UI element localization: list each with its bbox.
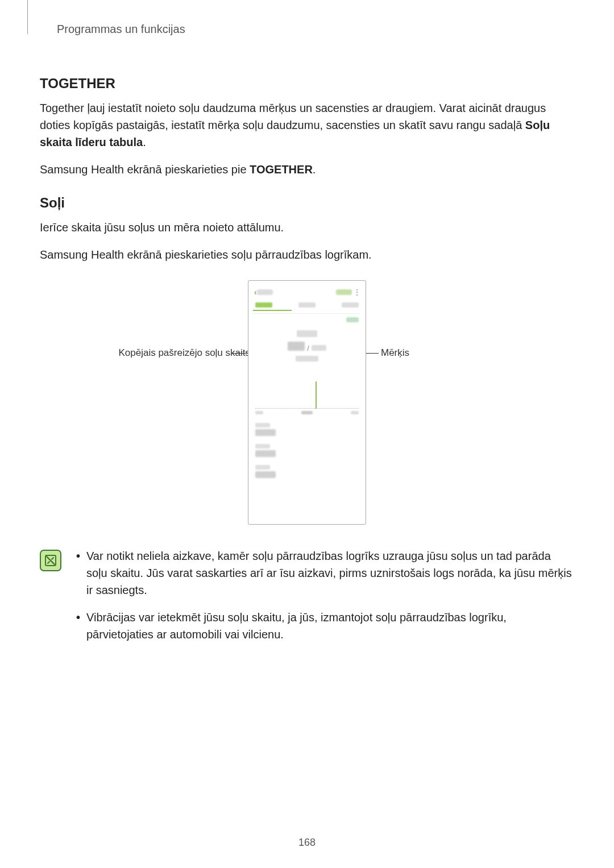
stat-value-blur [255,471,276,478]
axis-tick [255,411,263,414]
count-row: / [253,339,361,355]
chart-bar [316,381,317,409]
note-item-1: Var notikt neliela aizkave, kamēr soļu p… [74,547,574,599]
steps-figure: Kopējais pašreizējo soļu skaits Mērķis ‹… [40,280,574,525]
together-p2-b: . [313,163,316,176]
target-count-blur [312,345,326,351]
callout-target: Mērķis [381,347,409,359]
page-number: 168 [0,837,614,849]
page-header: Programmas un funkcijas [57,23,574,36]
steps-heading: Soļi [40,195,574,211]
stat-item [255,423,359,436]
phone-header: ‹ ⋮ [253,285,361,299]
tab-underline [253,310,292,311]
current-count-blur [288,342,305,351]
chart-axis [255,411,359,414]
steps-paragraph-1: Ierīce skaita jūsu soļus un mēra noieto … [40,219,574,236]
date-blur [346,317,359,322]
axis-tick [351,411,359,414]
stat-label-blur [255,423,270,427]
phone-tabs [253,299,361,308]
together-p2-a: Samsung Health ekrānā pieskarieties pie [40,163,250,176]
tab-active-blur [255,302,272,308]
stat-label-blur [255,465,270,470]
note-item-2: Vibrācijas var ietekmēt jūsu soļu skaitu… [74,609,574,643]
metric-label-row [253,326,361,339]
sub-row [253,355,361,368]
tab-blur [342,302,359,308]
together-paragraph-1: Together ļauj iestatīt noieto soļu daudz… [40,99,574,151]
margin-rule [27,0,28,34]
sub-blur [296,356,318,362]
note-block: Var notikt neliela aizkave, kamēr soļu p… [40,547,574,653]
stat-label-blur [255,444,270,448]
together-paragraph-2: Samsung Health ekrānā pieskarieties pie … [40,161,574,178]
together-p1-a: Together ļauj iestatīt noieto soļu daudz… [40,102,546,131]
stat-item [255,465,359,478]
date-row [253,314,361,326]
metric-label-blur [297,330,317,337]
header-action-blur [336,289,352,295]
header-title-blur [257,289,273,295]
phone-mockup: ‹ ⋮ / [248,280,366,525]
together-p1-b: . [143,136,146,148]
note-icon [40,550,61,571]
together-p2-bold: TOGETHER [250,163,313,176]
tab-blur [298,302,316,308]
together-heading: TOGETHER [40,76,574,92]
back-icon: ‹ [254,288,257,297]
chart-area [253,372,361,415]
note-list: Var notikt neliela aizkave, kamēr soļu p… [74,547,574,653]
stat-list [253,417,361,478]
stat-item [255,444,359,457]
chart-baseline [255,408,359,409]
steps-paragraph-2: Samsung Health ekrānā pieskarieties soļu… [40,246,574,263]
axis-tick [301,411,313,414]
more-icon: ⋮ [352,288,360,297]
callout-current-total: Kopējais pašreizējo soļu skaits [118,347,250,359]
slash: / [307,344,309,352]
stat-value-blur [255,450,276,457]
stat-value-blur [255,429,276,436]
